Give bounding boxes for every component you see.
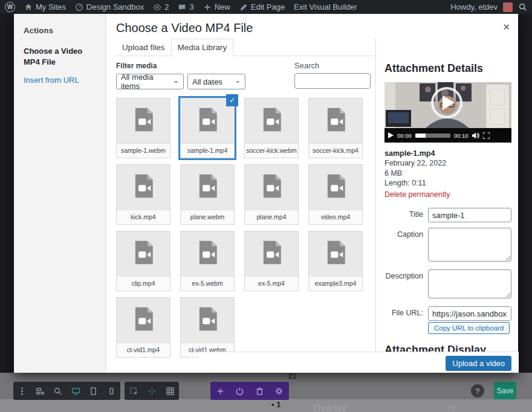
media-item[interactable]: clip.mp4	[116, 231, 170, 291]
file-url-label: File URL:	[384, 306, 423, 321]
copy-url-button[interactable]: Copy URL to clipboard	[428, 322, 510, 334]
kebab-menu-icon[interactable]	[18, 387, 27, 396]
media-type-select[interactable]: All media items ⌄	[116, 74, 184, 89]
date-filter-select[interactable]: All dates ⌄	[187, 74, 245, 89]
media-item[interactable]: ex-5.webm	[180, 231, 235, 291]
upload-video-button[interactable]: Upload a video	[446, 356, 511, 371]
media-item[interactable]: soccer-kick.mp4	[308, 98, 363, 158]
media-browser: Upload files Media Library Filter media …	[106, 38, 375, 373]
media-item[interactable]: ex-5.mp4	[244, 231, 299, 291]
adminbar-edit-page[interactable]: Edit Page	[239, 2, 285, 11]
sidebar-item-insert-from-url[interactable]: Insert from URL	[24, 76, 96, 85]
media-item-selected[interactable]: ✓sample-1.mp4	[180, 98, 235, 158]
phone-view-icon[interactable]	[107, 387, 116, 396]
plus-icon	[203, 3, 212, 11]
title-field[interactable]	[428, 208, 511, 222]
adminbar-updates[interactable]: 2	[153, 2, 169, 11]
media-item[interactable]: example3.mp4	[308, 231, 363, 291]
fullscreen-icon[interactable]	[483, 132, 490, 139]
caption-field[interactable]	[428, 228, 511, 262]
wireframe-view-icon[interactable]	[36, 387, 45, 396]
attachment-length: Length: 0:11	[384, 178, 511, 188]
wp-admin-bar: W My Sites Design Sandbox 2 3 New	[0, 0, 532, 14]
media-item-filename: ex-5.webm	[181, 276, 234, 291]
media-item[interactable]: soccer-kick.webm	[244, 98, 299, 158]
help-button[interactable]: ?	[471, 384, 484, 398]
video-preview[interactable]: 00:00 00:10	[384, 82, 511, 143]
progress-bar[interactable]	[415, 134, 450, 138]
media-item-filename: sample-1.webm	[117, 143, 170, 158]
adminbar-exit-visual-builder[interactable]: Exit Visual Builder	[294, 2, 357, 11]
chevron-down-icon: ⌄	[173, 80, 179, 83]
attachment-fields: Title Caption Description File URL:	[384, 208, 511, 334]
media-item-filename: clip.mp4	[117, 276, 170, 291]
duration-time: 00:10	[454, 132, 469, 139]
wordpress-logo-icon[interactable]: W	[5, 2, 15, 12]
media-item-filename: plane.webm	[181, 210, 234, 224]
dashboard-icon	[75, 3, 83, 11]
attachment-size: 6 MB	[384, 169, 511, 178]
screen: 21 • 1 Overlay H ? Save W My Sites	[0, 0, 532, 412]
zoom-icon[interactable]	[53, 387, 62, 396]
tab-media-library[interactable]: Media Library	[171, 39, 234, 56]
search-label: Search	[294, 61, 319, 70]
attachment-meta: sample-1.mp4 February 22, 2022 6 MB Leng…	[384, 149, 511, 199]
media-tabs: Upload files Media Library	[116, 38, 375, 56]
save-button[interactable]: Save	[494, 382, 516, 399]
gear-icon[interactable]	[274, 387, 284, 396]
video-file-icon	[131, 173, 156, 199]
chevron-down-icon: ⌄	[235, 80, 241, 83]
video-file-icon	[195, 107, 220, 132]
media-item[interactable]: ct-vid1.mp4	[116, 297, 170, 358]
close-icon[interactable]: ✕	[502, 22, 510, 33]
desktop-view-icon[interactable]	[71, 387, 80, 396]
adminbar-site-name[interactable]: Design Sandbox	[75, 2, 144, 11]
video-file-icon	[131, 107, 156, 132]
delete-permanently-link[interactable]: Delete permanently	[384, 190, 511, 199]
media-item[interactable]: plane.mp4	[244, 164, 299, 225]
dimmed-count-label: • 1	[271, 400, 281, 409]
media-item-filename: kick.mp4	[117, 210, 170, 224]
multiselect-icon[interactable]	[129, 387, 138, 396]
media-item[interactable]: ct-vid1.webm	[180, 297, 235, 358]
add-icon[interactable]	[216, 387, 225, 396]
video-file-icon	[323, 240, 348, 265]
layers-grid-icon[interactable]	[166, 387, 175, 396]
magic-wand-icon[interactable]	[148, 387, 157, 396]
media-item-filename: soccer-kick.webm	[245, 143, 298, 158]
tablet-view-icon[interactable]	[89, 387, 98, 396]
modal-main: Choose a Video MP4 File ✕ Upload files M…	[106, 14, 519, 373]
sidebar-item-choose-video[interactable]: Choose a Video MP4 File	[24, 46, 96, 67]
comment-bubble-icon	[178, 3, 186, 11]
search-input[interactable]	[294, 73, 371, 89]
media-item[interactable]: sample-1.webm	[116, 98, 170, 158]
adminbar-comments[interactable]: 3	[178, 2, 193, 11]
search-icon[interactable]	[518, 2, 527, 11]
tab-upload-files[interactable]: Upload files	[116, 39, 171, 56]
dimmed-column-label: H	[447, 402, 454, 412]
adminbar-new[interactable]: New	[203, 2, 230, 11]
attachment-filename: sample-1.mp4	[384, 149, 511, 158]
media-item[interactable]: kick.mp4	[116, 164, 170, 225]
media-item-filename: sample-1.mp4	[181, 143, 234, 158]
adminbar-howdy[interactable]: Howdy, etdev	[450, 2, 498, 11]
play-overlay-icon[interactable]	[431, 87, 462, 118]
adminbar-my-sites[interactable]: My Sites	[24, 2, 66, 11]
video-file-icon	[195, 173, 220, 199]
media-item-filename: ct-vid1.mp4	[117, 343, 170, 357]
media-item-filename: example3.mp4	[309, 276, 362, 291]
actions-heading: Actions	[24, 26, 96, 35]
file-url-field[interactable]	[428, 306, 511, 321]
video-file-icon	[259, 173, 284, 199]
check-icon: ✓	[226, 94, 238, 106]
volume-icon[interactable]	[472, 132, 479, 139]
play-button-icon[interactable]	[388, 132, 394, 138]
trash-icon[interactable]	[255, 387, 264, 396]
media-item-filename: plane.mp4	[245, 210, 298, 224]
power-icon[interactable]	[235, 387, 244, 396]
media-item[interactable]: plane.webm	[180, 164, 235, 225]
description-field[interactable]	[428, 269, 511, 298]
video-file-icon	[259, 107, 284, 132]
media-item[interactable]: video.mp4	[308, 164, 363, 225]
avatar[interactable]	[503, 2, 513, 12]
